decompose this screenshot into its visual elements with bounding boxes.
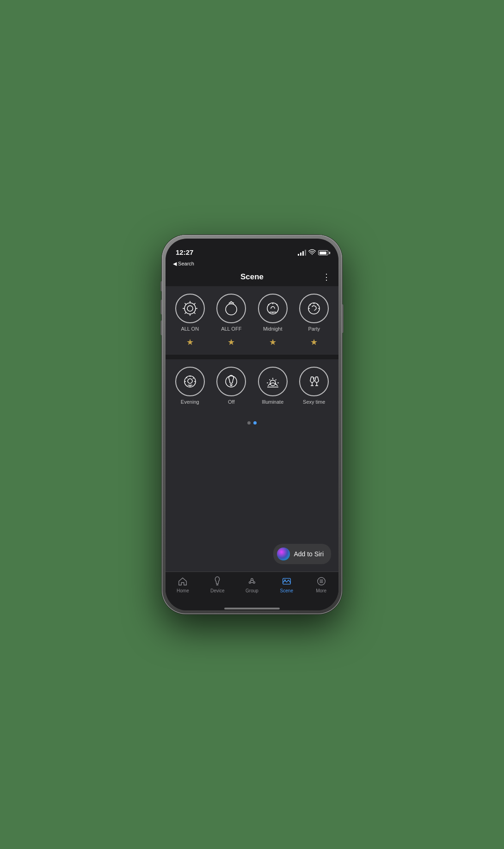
- scene-item-off[interactable]: Off: [213, 367, 251, 405]
- group-tab-icon: [246, 576, 258, 587]
- svg-point-1: [184, 303, 196, 314]
- scene-label-sexy-time: Sexy time: [303, 399, 325, 405]
- page-dot-1: [247, 421, 251, 424]
- svg-point-50: [251, 578, 253, 581]
- scene-group-2: Evening Off: [166, 359, 338, 414]
- more-tab-label: More: [316, 588, 326, 593]
- svg-line-7: [184, 303, 186, 305]
- add-to-siri-button[interactable]: Add to Siri: [273, 544, 331, 564]
- tab-home[interactable]: Home: [166, 576, 200, 593]
- scene-label-all-off: ALL OFF: [221, 326, 241, 332]
- scene-label-party: Party: [308, 326, 320, 332]
- svg-point-11: [226, 304, 237, 315]
- app-header: Scene ⋮: [166, 271, 338, 286]
- siri-button-container: Add to Siri: [166, 538, 338, 572]
- svg-point-26: [188, 379, 192, 383]
- scene-item-midnight[interactable]: Midnight: [254, 294, 292, 332]
- bulb-dim-icon: [264, 300, 281, 317]
- scene-item-sexy-time[interactable]: Sexy time: [295, 367, 333, 405]
- page-title: Scene: [240, 272, 264, 282]
- star-midnight[interactable]: ★: [254, 337, 292, 347]
- star-all-off[interactable]: ★: [213, 337, 251, 347]
- scene-icon-illuminate: [258, 367, 288, 396]
- status-time: 12:27: [176, 248, 193, 256]
- phone-frame: 12:27 ◀ Search Scene: [162, 235, 342, 614]
- scene-label-off: Off: [228, 399, 234, 405]
- status-indicators: [298, 249, 328, 256]
- svg-line-31: [193, 378, 194, 379]
- power-button: [342, 304, 344, 333]
- scene-label-illuminate: Illuminate: [262, 399, 283, 405]
- scene-label-evening: Evening: [181, 399, 199, 405]
- scene-item-evening[interactable]: Evening: [171, 367, 209, 405]
- notch: [222, 239, 282, 252]
- wine-glasses-icon: [306, 373, 322, 390]
- svg-line-53: [250, 580, 251, 582]
- phone-screen: 12:27 ◀ Search Scene: [166, 239, 338, 610]
- nav-back[interactable]: ◀ Search: [166, 259, 338, 271]
- svg-line-8: [194, 313, 195, 314]
- lightbulb-icon: [212, 576, 222, 586]
- star-party[interactable]: ★: [295, 337, 333, 347]
- scene-item-illuminate[interactable]: Illuminate: [254, 367, 292, 405]
- home-tab-icon: [177, 576, 188, 587]
- back-label: ◀ Search: [173, 261, 194, 266]
- tab-device[interactable]: Device: [200, 576, 235, 593]
- more-menu-button[interactable]: ⋮: [322, 272, 331, 282]
- device-tab-label: Device: [210, 588, 225, 593]
- volume-down-button: [160, 320, 162, 335]
- siri-button-label: Add to Siri: [294, 550, 324, 558]
- signal-icon: [298, 250, 306, 256]
- scene-item-all-on[interactable]: ALL ON: [171, 294, 209, 332]
- page-indicators: [166, 414, 338, 432]
- scene-grid-1: ALL ON zzz ALL OFF: [171, 294, 333, 332]
- volume-up-button: [160, 300, 162, 314]
- svg-line-54: [253, 580, 254, 582]
- svg-point-51: [249, 582, 251, 584]
- scene-tab-label: Scene: [280, 588, 293, 593]
- tab-scene[interactable]: Scene: [269, 576, 304, 593]
- sunrise-icon: [264, 373, 281, 390]
- battery-icon: [318, 250, 328, 255]
- more-tab-icon: [316, 576, 327, 587]
- scene-item-all-off[interactable]: zzz ALL OFF: [213, 294, 251, 332]
- scene-icon-off: [216, 367, 246, 396]
- list-circle-icon: [316, 576, 326, 586]
- star-all-on[interactable]: ★: [171, 337, 209, 347]
- stars-row-1: ★ ★ ★ ★: [171, 337, 333, 347]
- scene-icon-evening: [175, 367, 205, 396]
- svg-point-57: [284, 579, 286, 581]
- home-tab-label: Home: [177, 588, 189, 593]
- home-bar: [224, 608, 280, 609]
- bulb-warm-icon: [182, 373, 198, 390]
- bulb-off-icon: [223, 373, 240, 390]
- scene-tab-icon: [281, 576, 292, 587]
- house-icon: [178, 576, 188, 586]
- scene-icon-all-on: [175, 294, 205, 323]
- svg-line-28: [186, 377, 187, 378]
- svg-point-52: [253, 582, 255, 584]
- main-content: ALL ON zzz ALL OFF: [166, 286, 338, 572]
- svg-text:zzz: zzz: [229, 301, 234, 305]
- group-icon: [247, 576, 257, 586]
- scene-label-all-on: ALL ON: [181, 326, 199, 332]
- empty-content-area: [166, 432, 338, 538]
- tab-group[interactable]: Group: [235, 576, 270, 593]
- device-tab-icon: [212, 576, 223, 587]
- scene-icon-all-off: zzz: [216, 294, 246, 323]
- tab-more[interactable]: More: [304, 576, 338, 593]
- svg-point-2: [187, 306, 193, 311]
- scene-item-party[interactable]: Party: [295, 294, 333, 332]
- svg-line-42: [275, 380, 276, 381]
- svg-line-10: [184, 313, 186, 314]
- scene-label-midnight: Midnight: [263, 326, 283, 332]
- scene-grid-2: Evening Off: [171, 367, 333, 405]
- section-divider: [166, 355, 338, 359]
- group-tab-label: Group: [246, 588, 258, 593]
- svg-line-9: [194, 303, 195, 305]
- power-zzz-icon: zzz: [223, 300, 240, 317]
- bulb-rays-icon: [182, 300, 198, 317]
- scene-icon-midnight: [258, 294, 288, 323]
- svg-point-0: [312, 254, 313, 255]
- image-scene-icon: [282, 576, 292, 586]
